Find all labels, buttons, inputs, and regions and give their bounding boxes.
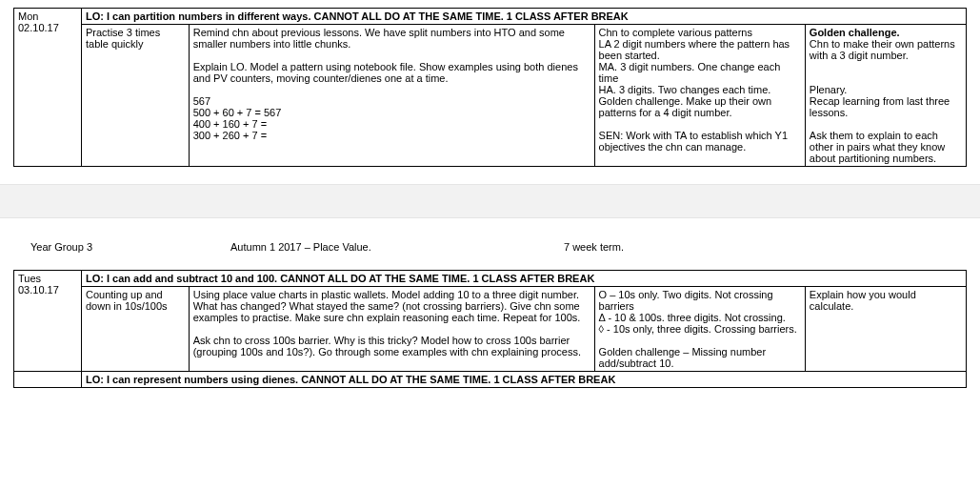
golden-challenge-title: Golden challenge. [810, 27, 962, 38]
example-line: 400 + 160 + 7 = [193, 118, 590, 130]
lo-cell: LO: I can represent numbers using dienes… [81, 372, 966, 388]
plan-table-bottom: Tues 03.10.17 LO: I can add and subtract… [13, 270, 967, 388]
date-day: Mon [18, 10, 38, 22]
plenary-body: Recap learning from last three lessons. [810, 95, 962, 118]
differentiation-cell: O – 10s only. Two digits. Not crossing b… [594, 287, 805, 372]
main-cell: Using place value charts in plastic wall… [189, 287, 594, 372]
page-gap [0, 184, 980, 218]
main-text: Explain LO. Model a pattern using notebo… [193, 61, 590, 84]
diff-line: HA. 3 digits. Two changes each time. [599, 84, 801, 95]
unit-title: Autumn 1 2017 – Place Value. [230, 241, 564, 253]
golden-challenge-body: Chn to make their own patterns with a 3 … [810, 38, 962, 61]
year-group: Year Group 3 [30, 241, 230, 253]
example-line: 567 [193, 95, 590, 107]
date-cell: Mon 02.10.17 [14, 9, 82, 167]
diff-line: O – 10s only. Two digits. Not crossing b… [599, 289, 801, 312]
diff-golden: Golden challenge – Missing number add/su… [599, 346, 801, 369]
page-header: Year Group 3 Autumn 1 2017 – Place Value… [13, 218, 967, 270]
example-line: 500 + 60 + 7 = 567 [193, 107, 590, 118]
date-cell: Tues 03.10.17 [14, 271, 82, 372]
lo-cell: LO: I can partition numbers in different… [81, 9, 966, 25]
main-cell: Remind chn about previous lessons. We ha… [189, 25, 594, 167]
lo-cell: LO: I can add and subtract 10 and 100. C… [81, 271, 966, 287]
example-line: 300 + 260 + 7 = [193, 130, 590, 141]
main-text: Ask chn to cross 100s barrier. Why is th… [193, 335, 590, 357]
plenary-title: Plenary. [810, 84, 962, 95]
diff-line: Δ - 10 & 100s. three digits. Not crossin… [599, 312, 801, 323]
diff-line: LA 2 digit numbers where the pattern has… [599, 38, 801, 61]
plenary-cell: Golden challenge. Chn to make their own … [805, 25, 966, 167]
plan-table-top: Mon 02.10.17 LO: I can partition numbers… [13, 8, 967, 167]
plenary-cell: Explain how you would calculate. [805, 287, 966, 372]
main-text: Using place value charts in plastic wall… [193, 289, 590, 323]
starter-cell: Counting up and down in 10s/100s [81, 287, 189, 372]
date-num: 02.10.17 [18, 22, 59, 33]
plenary-extra: Ask them to explain to each other in pai… [810, 130, 962, 164]
term-length: 7 week term. [564, 241, 754, 253]
diff-line: Chn to complete various patterns [599, 27, 801, 38]
starter-cell: Practise 3 times table quickly [81, 25, 189, 167]
diff-sen: SEN: Work with TA to establish which Y1 … [599, 130, 801, 153]
date-cell-empty [14, 372, 82, 388]
date-day: Tues [18, 273, 41, 284]
diff-line: ◊ - 10s only, three digits. Crossing bar… [599, 323, 801, 335]
diff-line: MA. 3 digit numbers. One change each tim… [599, 61, 801, 84]
main-text: Remind chn about previous lessons. We ha… [193, 27, 590, 50]
differentiation-cell: Chn to complete various patterns LA 2 di… [594, 25, 805, 167]
date-num: 03.10.17 [18, 284, 59, 296]
diff-line: Golden challenge. Make up their own patt… [599, 95, 801, 118]
